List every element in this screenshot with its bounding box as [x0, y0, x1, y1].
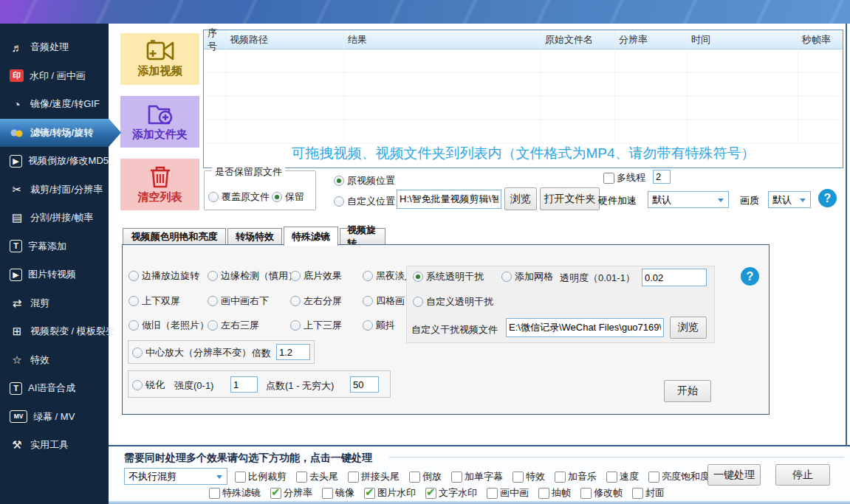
help-icon[interactable]: ?: [741, 267, 759, 286]
custom-interference-file-input[interactable]: [506, 318, 664, 337]
sidebar-item-label: 字幕添加: [28, 240, 66, 253]
cover-checkbox[interactable]: 封面: [632, 486, 665, 500]
quality-dropdown[interactable]: 默认: [768, 191, 811, 208]
output-path-input[interactable]: [397, 190, 501, 209]
custom-transparent-radio[interactable]: 自定义透明干扰: [413, 295, 493, 308]
sidebar-item-crop-cover-resolution[interactable]: ✂ 裁剪/封面/分辨率: [0, 176, 109, 204]
browse-output-button[interactable]: 浏览: [504, 187, 537, 210]
sidebar-item-split-join-framerate[interactable]: ▤ 分割/拼接/帧率: [0, 204, 109, 232]
hw-accel-dropdown[interactable]: 默认: [648, 191, 729, 208]
sidebar-item-mirror-speed-gif[interactable]: ◔ 镜像/速度/转GIF: [0, 90, 109, 119]
four-grid-radio[interactable]: 四格画: [363, 294, 405, 308]
sidebar-item-mix-cut[interactable]: ⇄ 混剪: [0, 289, 109, 318]
sidebar-item-utility-tools[interactable]: ⚒ 实用工具: [0, 431, 109, 460]
negative-effect-radio[interactable]: 底片效果: [290, 269, 342, 283]
tab-transition-effects[interactable]: 转场特效: [227, 228, 282, 245]
center-zoom-radio[interactable]: 中心放大（分辨率不变）: [132, 346, 251, 359]
sidebar-item-ai-voice[interactable]: T AI语音合成: [0, 374, 109, 403]
extract-frame-checkbox[interactable]: 抽帧: [538, 486, 571, 500]
checkbox-icon: [487, 488, 498, 499]
multithread-count-input[interactable]: [653, 170, 671, 184]
sidebar-item-label: 水印 / 画中画: [30, 69, 86, 83]
radio-icon: [363, 320, 373, 331]
left-right-triple-radio[interactable]: 左右三屏: [208, 319, 259, 332]
old-photo-radio[interactable]: 做旧（老照片）: [128, 319, 209, 332]
sidebar-item-video-fission[interactable]: ⊞ 视频裂变 / 模板裂变: [0, 317, 109, 346]
tab-special-filter[interactable]: 特殊滤镜: [284, 227, 338, 246]
ratio-crop-checkbox[interactable]: 比例裁剪: [235, 470, 287, 483]
overwrite-original-radio[interactable]: 覆盖原文件: [208, 190, 270, 204]
add-folder-button[interactable]: 添加文件夹: [120, 96, 199, 148]
image-watermark-checkbox[interactable]: 图片水印: [364, 486, 416, 500]
column-header-result: 结果: [344, 30, 541, 49]
add-grid-radio[interactable]: 添加网格: [501, 270, 553, 283]
mv-badge-icon: MV: [10, 410, 27, 423]
sidebar-item-image-to-video[interactable]: ▶ 图片转视频: [0, 260, 109, 289]
sidebar-item-greenscreen-mv[interactable]: MV 绿幕 / MV: [0, 403, 109, 432]
browse-interference-button[interactable]: 浏览: [670, 317, 707, 339]
sidebar-item-label: 裁剪/封面/分辨率: [30, 183, 103, 196]
mirror-checkbox[interactable]: 镜像: [322, 486, 354, 500]
radio-icon: [208, 192, 219, 202]
radio-icon: [334, 196, 344, 207]
video-list-table[interactable]: 序号 视频路径 结果 原始文件名 分辨率 时间 秒帧率 可拖拽视频、视频文件夹到…: [203, 30, 843, 168]
checkbox-icon: [603, 173, 614, 184]
sidebar-item-label: 音频处理: [30, 41, 69, 54]
sharpen-radio[interactable]: 锐化: [132, 379, 165, 392]
add-subtitle-checkbox[interactable]: 加单字幕: [451, 470, 503, 483]
sharpen-strength-input[interactable]: [230, 376, 258, 393]
sidebar-item-filter-transition-rotate[interactable]: 滤镜/转场/旋转: [0, 119, 121, 148]
resolution-checkbox[interactable]: 分辨率: [270, 486, 312, 500]
checkbox-icon: [348, 472, 359, 483]
batch-options-row-1: 比例裁剪 去头尾 拼接头尾 倒放 加单字幕 特效 加音乐 速度 亮度饱和度: [235, 470, 710, 483]
zoom-factor-input[interactable]: [276, 344, 310, 360]
grid-icon: ⊞: [10, 325, 24, 338]
concat-head-tail-checkbox[interactable]: 拼接头尾: [348, 470, 400, 483]
add-video-button[interactable]: 添加视频: [120, 33, 199, 85]
text-watermark-checkbox[interactable]: 文字水印: [425, 486, 477, 500]
sharpen-points-input[interactable]: [350, 376, 379, 393]
clear-list-button[interactable]: 清空列表: [120, 159, 199, 210]
top-bottom-triple-radio[interactable]: 上下三屏: [290, 319, 342, 332]
original-position-radio[interactable]: 原视频位置: [334, 174, 395, 187]
system-transparent-radio[interactable]: 系统透明干扰: [413, 270, 484, 283]
tab-video-rotate[interactable]: 视频旋转: [340, 228, 385, 245]
brightness-saturation-checkbox[interactable]: 亮度饱和度: [648, 470, 710, 483]
keep-original-radio[interactable]: 保留: [272, 190, 304, 204]
process-all-button[interactable]: 一键处理: [707, 464, 761, 486]
sidebar-item-audio-processing[interactable]: ♬ 音频处理: [0, 33, 109, 62]
zoom-factor-label: 倍数: [252, 347, 271, 360]
checkbox-icon: [409, 472, 420, 483]
pip-bottom-right-radio[interactable]: 画中画右下: [208, 294, 269, 308]
effects-checkbox[interactable]: 特效: [513, 470, 545, 483]
help-icon[interactable]: ?: [818, 189, 837, 207]
opacity-input[interactable]: [642, 269, 707, 286]
top-bottom-dual-radio[interactable]: 上下双屏: [128, 294, 180, 308]
multithread-checkbox[interactable]: 多线程: [603, 171, 645, 184]
sidebar-item-subtitle-add[interactable]: T 字幕添加: [0, 232, 109, 261]
sidebar-item-watermark-pip[interactable]: 印 水印 / 画中画: [0, 62, 109, 91]
clear-list-label: 清空列表: [138, 190, 182, 204]
open-folder-button[interactable]: 打开文件夹: [540, 187, 600, 210]
modify-frame-checkbox[interactable]: 修改帧: [580, 486, 623, 500]
speed-checkbox[interactable]: 速度: [606, 470, 639, 483]
checkbox-icon: [451, 472, 462, 483]
sidebar-item-effects[interactable]: ☆ 特效: [0, 346, 109, 375]
shake-radio[interactable]: 颤抖: [363, 319, 395, 332]
trim-head-tail-checkbox[interactable]: 去头尾: [296, 470, 338, 483]
special-filter-checkbox[interactable]: 特殊滤镜: [209, 486, 261, 500]
sidebar-item-reverse-md5[interactable]: ▶ 视频倒放/修改MD5: [0, 147, 109, 176]
start-button[interactable]: 开始: [664, 380, 711, 402]
sharpen-points-label: 点数(1 - 无穷大): [266, 379, 334, 393]
rotate-while-playing-radio[interactable]: 边播放边旋转: [128, 269, 199, 283]
mix-cut-dropdown[interactable]: 不执行混剪: [124, 468, 227, 485]
add-music-checkbox[interactable]: 加音乐: [555, 470, 597, 483]
left-right-split-radio[interactable]: 左右分屏: [290, 294, 342, 308]
picture-in-picture-checkbox[interactable]: 画中画: [487, 486, 529, 500]
stop-button[interactable]: 停止: [775, 464, 830, 486]
column-header-resolution: 分辨率: [615, 30, 688, 49]
custom-position-radio[interactable]: 自定义位置: [334, 195, 395, 208]
tab-color-brightness[interactable]: 视频颜色明艳和亮度: [123, 228, 226, 245]
edge-detection-radio[interactable]: 边缘检测（慎用）: [208, 269, 298, 283]
reverse-checkbox[interactable]: 倒放: [409, 470, 442, 483]
